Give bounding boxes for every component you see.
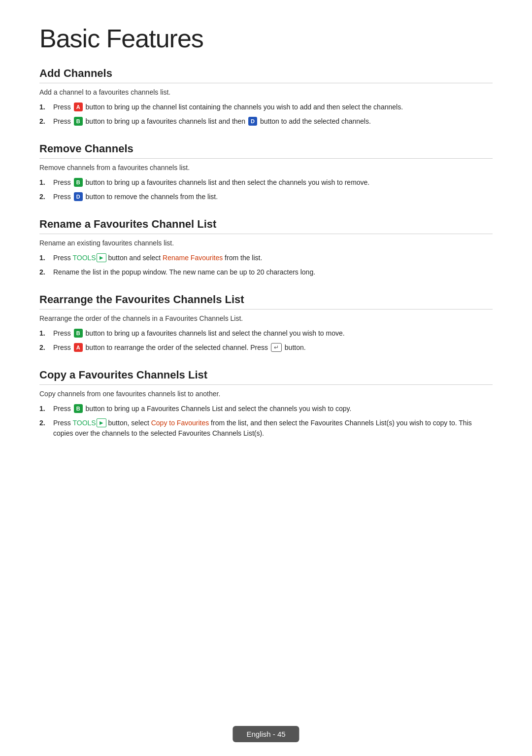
step-text: Press TOOLS▶ button and select Rename Fa… <box>53 253 493 263</box>
button-d-badge: D <box>248 117 257 126</box>
step-item: 1. Press B button to bring up a favourit… <box>39 177 493 188</box>
step-item: 2. Press TOOLS▶ button, select Copy to F… <box>39 418 493 439</box>
section-intro-rearrange-favourites: Rearrange the order of the channels in a… <box>39 314 493 322</box>
step-text: Press B button to bring up a favourites … <box>53 116 493 127</box>
step-text: Press D button to remove the channels fr… <box>53 192 493 202</box>
footer: English - 45 <box>233 730 299 738</box>
step-number: 2. <box>39 343 53 353</box>
footer-badge: English - 45 <box>233 726 299 742</box>
steps-rearrange-favourites: 1. Press B button to bring up a favourit… <box>39 328 493 353</box>
enter-button-icon: ↵ <box>271 343 282 352</box>
section-title-add-channels: Add Channels <box>39 67 493 83</box>
section-remove-channels: Remove Channels Remove channels from a f… <box>39 142 493 202</box>
section-intro-copy-favourites: Copy channels from one favourites channe… <box>39 390 493 398</box>
section-copy-favourites: Copy a Favourites Channels List Copy cha… <box>39 369 493 439</box>
step-item: 2. Press B button to bring up a favourit… <box>39 116 493 127</box>
button-b-badge: B <box>74 404 83 413</box>
step-item: 1. Press B button to bring up a favourit… <box>39 328 493 339</box>
button-b-badge: B <box>74 329 83 338</box>
step-number: 2. <box>39 267 53 277</box>
tools-link[interactable]: TOOLS <box>72 254 96 262</box>
rename-favourites-link[interactable]: Rename Favourites <box>163 254 223 262</box>
step-number: 1. <box>39 102 53 112</box>
steps-rename-favourites: 1. Press TOOLS▶ button and select Rename… <box>39 253 493 277</box>
button-b-badge: B <box>74 117 83 126</box>
step-item: 1. Press A button to bring up the channe… <box>39 102 493 112</box>
step-text: Press TOOLS▶ button, select Copy to Favo… <box>53 418 493 439</box>
section-title-remove-channels: Remove Channels <box>39 142 493 159</box>
tools-icon: ▶ <box>97 253 106 262</box>
step-text: Rename the list in the popup window. The… <box>53 267 493 277</box>
button-d-badge: D <box>74 192 83 201</box>
step-number: 1. <box>39 177 53 188</box>
step-text: Press A button to rearrange the order of… <box>53 343 493 353</box>
section-rearrange-favourites: Rearrange the Favourites Channels List R… <box>39 293 493 353</box>
step-number: 1. <box>39 404 53 414</box>
section-rename-favourites: Rename a Favourites Channel List Rename … <box>39 218 493 277</box>
step-text: Press A button to bring up the channel l… <box>53 102 493 112</box>
step-number: 1. <box>39 328 53 339</box>
tools-link-copy[interactable]: TOOLS <box>72 419 96 427</box>
steps-remove-channels: 1. Press B button to bring up a favourit… <box>39 177 493 202</box>
section-title-rearrange-favourites: Rearrange the Favourites Channels List <box>39 293 493 309</box>
page-content: Basic Features Add Channels Add a channe… <box>0 0 532 494</box>
tools-icon-copy: ▶ <box>97 418 106 427</box>
section-title-rename-favourites: Rename a Favourites Channel List <box>39 218 493 234</box>
step-number: 2. <box>39 116 53 127</box>
copy-to-favourites-link[interactable]: Copy to Favourites <box>151 419 209 427</box>
step-text: Press B button to bring up a Favourites … <box>53 404 493 414</box>
steps-copy-favourites: 1. Press B button to bring up a Favourit… <box>39 404 493 439</box>
section-intro-rename-favourites: Rename an existing favourites channels l… <box>39 239 493 247</box>
step-item: 1. Press B button to bring up a Favourit… <box>39 404 493 414</box>
button-a-badge: A <box>74 343 83 352</box>
section-add-channels: Add Channels Add a channel to a favourit… <box>39 67 493 127</box>
button-a-badge: A <box>74 103 83 111</box>
step-item: 1. Press TOOLS▶ button and select Rename… <box>39 253 493 263</box>
steps-add-channels: 1. Press A button to bring up the channe… <box>39 102 493 127</box>
page-title: Basic Features <box>39 24 493 53</box>
step-item: 2. Rename the list in the popup window. … <box>39 267 493 277</box>
step-number: 1. <box>39 253 53 263</box>
section-intro-remove-channels: Remove channels from a favourites channe… <box>39 164 493 172</box>
step-text: Press B button to bring up a favourites … <box>53 328 493 339</box>
section-intro-add-channels: Add a channel to a favourites channels l… <box>39 88 493 96</box>
step-number: 2. <box>39 192 53 202</box>
step-number: 2. <box>39 418 53 428</box>
section-title-copy-favourites: Copy a Favourites Channels List <box>39 369 493 385</box>
button-b-badge: B <box>74 178 83 187</box>
step-item: 2. Press D button to remove the channels… <box>39 192 493 202</box>
step-text: Press B button to bring up a favourites … <box>53 177 493 188</box>
step-item: 2. Press A button to rearrange the order… <box>39 343 493 353</box>
